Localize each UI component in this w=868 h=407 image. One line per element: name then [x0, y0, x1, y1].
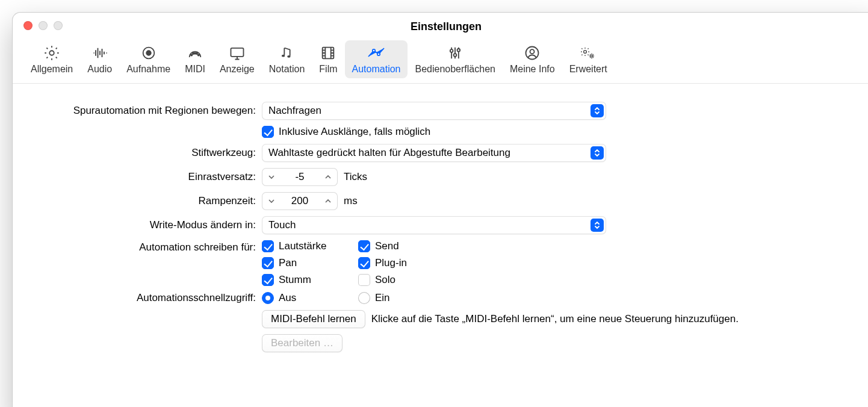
gears-icon: [579, 44, 597, 62]
checkbox-label: Stumm: [279, 274, 311, 286]
tab-audio[interactable]: Audio: [80, 40, 119, 78]
automation-pane: Spurautomation mit Regionen bewegen: Nac…: [13, 84, 868, 376]
notation-icon: [278, 44, 296, 62]
popup-value: Touch: [268, 219, 296, 231]
window-title: Einstellungen: [13, 20, 868, 33]
tab-automation[interactable]: Automation: [345, 40, 408, 78]
radio-on[interactable]: Ein: [358, 292, 454, 304]
tab-label: Meine Info: [510, 64, 555, 75]
checkbox-send[interactable]: Send: [358, 240, 454, 252]
radio-label: Ein: [375, 292, 390, 304]
svg-point-9: [281, 55, 284, 57]
move-automation-label: Spurautomation mit Regionen bewegen:: [28, 105, 262, 117]
tab-meineinfo[interactable]: Meine Info: [503, 40, 562, 78]
learn-midi-hint: Klicke auf die Taste „MIDI-Befehl lernen…: [371, 313, 739, 325]
include-overhang-checkbox[interactable]: Inklusive Ausklänge, falls möglich: [262, 126, 430, 138]
write-automation-for-label: Automation schreiben für:: [28, 240, 262, 253]
checkbox-label: Send: [375, 240, 399, 252]
sliders-icon: [446, 44, 464, 62]
checkbox-icon: [262, 240, 274, 252]
popup-chevrons-icon: [591, 146, 604, 160]
popup-chevrons-icon: [591, 219, 604, 232]
checkbox-plugin[interactable]: Plug-in: [358, 257, 454, 269]
tab-allgemein[interactable]: Allgemein: [23, 40, 80, 78]
stepper-increment-icon[interactable]: [319, 193, 337, 210]
radio-icon: [262, 292, 274, 304]
record-icon: [140, 44, 158, 62]
ramp-time-input[interactable]: [281, 194, 319, 208]
snap-offset-label: Einrastversatz:: [28, 171, 262, 183]
snap-offset-input[interactable]: [281, 170, 319, 184]
quick-access-label: Automationsschnellzugriff:: [28, 292, 262, 304]
zoom-window-button[interactable]: [54, 21, 63, 30]
snap-offset-stepper[interactable]: [262, 168, 338, 186]
tab-label: Erweitert: [569, 64, 607, 75]
checkbox-icon: [358, 274, 370, 286]
learn-midi-button[interactable]: MIDI-Befehl lernen: [262, 310, 365, 328]
svg-point-19: [584, 51, 587, 54]
ramp-time-unit: ms: [344, 195, 358, 207]
close-window-button[interactable]: [23, 21, 33, 30]
tab-bedienoberflaechen[interactable]: Bedienoberflächen: [408, 40, 502, 78]
write-mode-popup[interactable]: Touch: [262, 216, 606, 234]
edit-button[interactable]: Bearbeiten …: [262, 334, 343, 352]
film-icon: [319, 44, 337, 62]
minimize-window-button[interactable]: [39, 21, 48, 30]
svg-point-14: [450, 49, 453, 52]
pencil-tool-popup[interactable]: Wahltaste gedrückt halten für Abgestufte…: [262, 144, 606, 162]
checkbox-label: Pan: [279, 257, 297, 269]
tab-label: Aufnahme: [126, 64, 170, 75]
write-automation-checkbox-grid: Lautstärke Send Pan Plug-in Stumm Solo: [262, 240, 454, 286]
gear-icon: [43, 44, 61, 62]
popup-chevrons-icon: [591, 104, 604, 117]
move-automation-popup[interactable]: Nachfragen: [262, 102, 606, 120]
radio-icon: [358, 292, 370, 304]
checkbox-label: Solo: [375, 274, 395, 286]
svg-point-5: [198, 54, 199, 55]
tab-aufnahme[interactable]: Aufnahme: [119, 40, 178, 78]
checkbox-icon: [358, 257, 370, 269]
svg-point-2: [146, 51, 150, 55]
tab-anzeige[interactable]: Anzeige: [212, 40, 262, 78]
svg-point-10: [287, 55, 290, 58]
svg-point-15: [454, 54, 457, 57]
tab-erweitert[interactable]: Erweitert: [562, 40, 615, 78]
write-mode-label: Write-Modus ändern in:: [28, 219, 262, 231]
svg-point-6: [193, 53, 194, 54]
person-icon: [523, 44, 541, 62]
popup-value: Wahltaste gedrückt halten für Abgestufte…: [268, 147, 510, 159]
checkbox-volume[interactable]: Lautstärke: [262, 240, 358, 252]
tab-midi[interactable]: MIDI: [178, 40, 212, 78]
ramp-time-stepper[interactable]: [262, 192, 338, 210]
preferences-window: Einstellungen Allgemein Audio Aufnahme: [12, 12, 868, 407]
stepper-decrement-icon[interactable]: [262, 193, 281, 210]
checkbox-label: Lautstärke: [279, 240, 326, 252]
pencil-tool-label: Stiftwerkzeug:: [28, 147, 262, 159]
stepper-decrement-icon[interactable]: [262, 169, 281, 185]
svg-point-16: [457, 49, 460, 52]
svg-point-3: [191, 54, 192, 55]
svg-point-4: [194, 52, 196, 54]
checkbox-pan[interactable]: Pan: [262, 257, 358, 269]
svg-point-0: [49, 51, 54, 55]
tab-film[interactable]: Film: [312, 40, 344, 78]
checkbox-mute[interactable]: Stumm: [262, 274, 358, 286]
tab-label: MIDI: [185, 64, 205, 75]
tab-label: Audio: [87, 64, 112, 75]
tab-label: Bedienoberflächen: [415, 64, 495, 75]
radio-off[interactable]: Aus: [262, 292, 358, 304]
checkbox-icon: [262, 274, 274, 286]
svg-point-18: [530, 49, 535, 54]
audio-wave-icon: [91, 44, 109, 62]
tab-notation[interactable]: Notation: [262, 40, 312, 78]
stepper-increment-icon[interactable]: [319, 169, 337, 185]
popup-value: Nachfragen: [268, 105, 321, 117]
checkbox-icon: [358, 240, 370, 252]
checkbox-icon: [262, 126, 274, 138]
display-icon: [228, 44, 246, 62]
checkbox-solo[interactable]: Solo: [358, 274, 454, 286]
tab-label: Automation: [352, 64, 401, 75]
midi-icon: [186, 44, 204, 62]
tab-label: Anzeige: [220, 64, 255, 75]
tab-label: Film: [319, 64, 337, 75]
